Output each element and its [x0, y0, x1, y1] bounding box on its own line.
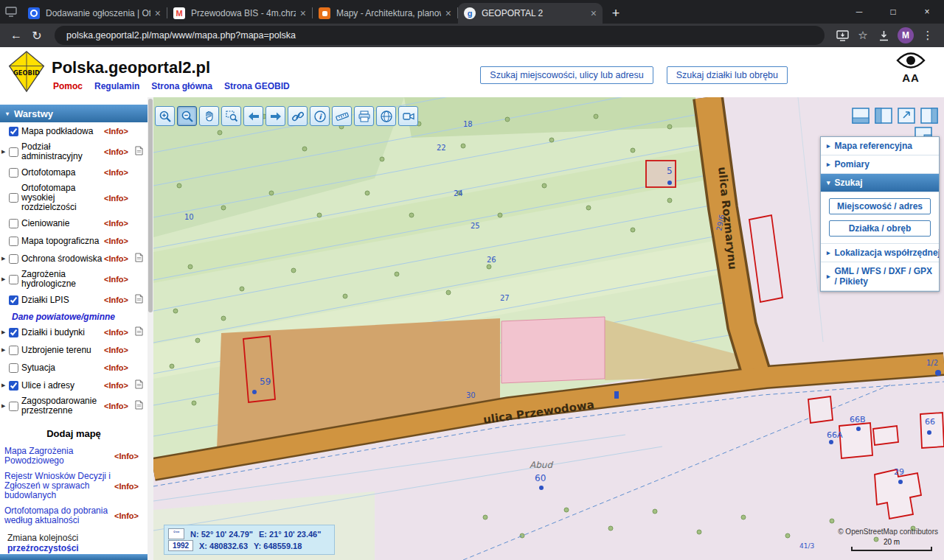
bookmark-star-icon[interactable]: ☆: [853, 25, 873, 46]
layer-info-link[interactable]: <Info>: [104, 219, 135, 228]
nav-link-strona-glowna[interactable]: Strona główna: [151, 81, 212, 91]
layer-checkbox[interactable]: [9, 219, 18, 228]
panel-item-pomiary[interactable]: ▸ Pomiary: [821, 155, 939, 174]
url-input[interactable]: polska.geoportal2.pl/map/www/mapa.php?ma…: [55, 26, 825, 45]
transparency-link[interactable]: przeźroczystości: [7, 543, 148, 553]
doc-icon[interactable]: [135, 145, 145, 158]
map-viewport[interactable]: 18222410252627305596066A66B662929/61/241…: [153, 97, 944, 560]
previous-view-button[interactable]: [243, 106, 263, 126]
doc-icon[interactable]: [135, 399, 145, 413]
zoom-window-button[interactable]: [221, 106, 241, 126]
layer-checkbox[interactable]: [9, 193, 18, 203]
panel-item-gml-wfs[interactable]: ▸ GML / WFS / DXF / GPX / Pikiety: [821, 262, 939, 291]
layer-info-link[interactable]: <Info>: [104, 402, 135, 410]
search-address-button[interactable]: Szukaj miejscowości, ulicy lub adresu: [480, 66, 653, 84]
layer-info-link[interactable]: <Info>: [114, 482, 145, 491]
profile-avatar[interactable]: M: [898, 27, 914, 43]
layer-checkbox[interactable]: [9, 275, 18, 284]
extra-map-link-rejestr[interactable]: Rejestr Wniosków Decyzji i Zgłoszeń w sp…: [4, 472, 114, 500]
crs-select[interactable]: 1992: [168, 540, 193, 551]
new-tab-button[interactable]: +: [605, 3, 626, 24]
print-button[interactable]: [354, 106, 374, 126]
browser-menu-icon[interactable]: ⋮: [917, 25, 938, 46]
maximize-button[interactable]: □: [876, 0, 910, 24]
expand-arrow-icon[interactable]: ▶: [1, 256, 9, 262]
info-button[interactable]: i: [310, 106, 330, 126]
layer-info-link[interactable]: <Info>: [114, 511, 145, 520]
layer-info-link[interactable]: <Info>: [104, 275, 135, 284]
close-window-button[interactable]: ×: [910, 0, 944, 24]
globe-button[interactable]: [376, 106, 396, 126]
doc-icon[interactable]: [135, 252, 145, 265]
doc-icon[interactable]: [135, 293, 145, 307]
minimize-button[interactable]: ─: [842, 0, 876, 24]
browser-tab-geoportal[interactable]: g GEOPORTAL 2 ×: [458, 3, 603, 24]
extra-map-link-powodz[interactable]: Mapa Zagrożenia Powodziowego: [4, 447, 114, 466]
browser-tab-otodom[interactable]: Dodawanie ogłoszenia | Otodo ×: [22, 3, 167, 24]
expand-arrow-icon[interactable]: ▶: [1, 347, 9, 353]
layer-checkbox[interactable]: [9, 127, 18, 136]
layer-info-link[interactable]: <Info>: [104, 127, 135, 136]
scrollbar-thumb[interactable]: [148, 99, 153, 312]
layer-checkbox[interactable]: [9, 381, 18, 391]
browser-tab-mapy[interactable]: Mapy - Architektura, planowan ×: [313, 3, 457, 24]
layout-expand-icon[interactable]: [898, 108, 915, 124]
accessibility-toggle[interactable]: AA: [894, 51, 928, 84]
expand-arrow-icon[interactable]: ▶: [1, 382, 9, 388]
pan-button[interactable]: [199, 106, 219, 126]
sidebar-scrollbar[interactable]: [148, 97, 153, 560]
expand-arrow-icon[interactable]: ▶: [1, 329, 9, 335]
layout-bottom-panel-icon[interactable]: [852, 108, 870, 124]
layer-checkbox[interactable]: [9, 363, 18, 373]
layer-checkbox[interactable]: [9, 168, 18, 178]
expand-arrow-icon[interactable]: ▶: [1, 276, 9, 282]
panel-item-mapa-referencyjna[interactable]: ▸ Mapa referencyjna: [821, 137, 939, 155]
reload-button[interactable]: ↻: [27, 25, 47, 46]
nav-link-strona-geobid[interactable]: Strona GEOBID: [224, 81, 290, 91]
panel-item-lokalizacja[interactable]: ▸ Lokalizacja współrzędnej: [821, 244, 939, 262]
search-parcel-button[interactable]: Szukaj działki lub obrębu: [667, 66, 788, 84]
camera-button[interactable]: [398, 106, 418, 126]
nav-link-regulamin[interactable]: Regulamin: [94, 81, 139, 91]
layer-info-link[interactable]: <Info>: [114, 452, 145, 461]
install-icon[interactable]: [832, 25, 853, 46]
layer-info-link[interactable]: <Info>: [104, 194, 135, 203]
layer-info-link[interactable]: <Info>: [104, 168, 135, 177]
layer-info-link[interactable]: <Info>: [104, 295, 135, 304]
layer-info-link[interactable]: <Info>: [104, 147, 135, 156]
geobid-logo[interactable]: GEOBID: [6, 50, 47, 93]
link-button[interactable]: [288, 106, 308, 126]
layer-info-link[interactable]: <Info>: [104, 363, 135, 372]
layer-checkbox[interactable]: [9, 346, 18, 355]
expand-arrow-icon[interactable]: ▶: [1, 403, 9, 409]
next-view-button[interactable]: [266, 106, 285, 126]
layers-panel-header[interactable]: ▾ Warstwy: [0, 105, 148, 122]
zoom-in-button[interactable]: [155, 106, 175, 126]
layout-left-panel-icon[interactable]: [875, 108, 892, 124]
degrees-format-button[interactable]: °'": [168, 528, 184, 539]
layout-right-panel-icon[interactable]: [920, 108, 938, 124]
layer-checkbox[interactable]: [9, 237, 18, 246]
expand-arrow-icon[interactable]: ▶: [1, 149, 9, 155]
layer-checkbox[interactable]: [9, 328, 18, 337]
doc-icon[interactable]: [135, 326, 145, 339]
extra-map-link-ortofoto[interactable]: Ortofotomapa do pobrania według aktualno…: [4, 506, 114, 525]
tab-close-icon[interactable]: ×: [300, 7, 306, 19]
tab-close-icon[interactable]: ×: [445, 7, 451, 19]
download-icon[interactable]: [873, 25, 894, 46]
tab-close-icon[interactable]: ×: [155, 7, 161, 19]
search-place-address-button[interactable]: Miejscowość / adres: [829, 198, 931, 214]
layer-info-link[interactable]: <Info>: [104, 254, 135, 263]
panel-item-szukaj[interactable]: ▾ Szukaj: [821, 174, 939, 192]
layer-checkbox[interactable]: [9, 402, 18, 411]
layer-info-link[interactable]: <Info>: [104, 237, 135, 245]
layer-info-link[interactable]: <Info>: [104, 346, 135, 354]
layer-checkbox[interactable]: [9, 254, 18, 264]
doc-icon[interactable]: [135, 379, 145, 392]
search-parcel-area-button[interactable]: Działka / obręb: [829, 220, 931, 237]
browser-tab-gmail[interactable]: M Przewodowa BIS - 4m.chrzanow ×: [167, 3, 312, 24]
back-button[interactable]: ←: [6, 25, 27, 46]
tab-close-icon[interactable]: ×: [591, 7, 597, 19]
zoom-out-button[interactable]: [177, 106, 197, 126]
layer-checkbox[interactable]: [9, 295, 18, 305]
